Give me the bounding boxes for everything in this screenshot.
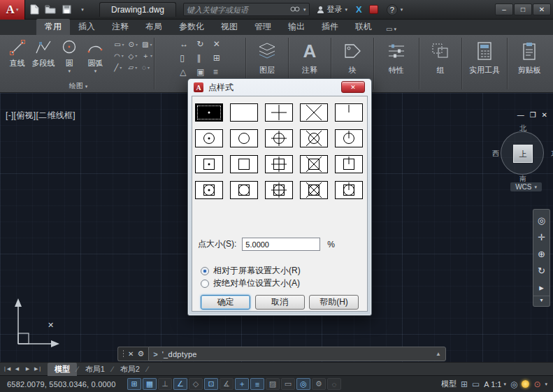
lineweight-icon[interactable]: ≡ bbox=[250, 378, 264, 390]
radio-selected-icon[interactable] bbox=[201, 267, 209, 275]
offset-icon[interactable]: ∥ bbox=[196, 53, 204, 63]
doc-close-icon[interactable]: ✕ bbox=[542, 111, 547, 119]
tab-layout2[interactable]: 布局2 bbox=[113, 363, 147, 376]
point-style-circle-square-tick[interactable] bbox=[335, 181, 363, 199]
arc-tool[interactable]: 圆弧 ▾ bbox=[82, 38, 108, 73]
erase-icon[interactable]: ✕ bbox=[213, 39, 220, 49]
view-control[interactable]: [俯视] bbox=[14, 110, 36, 120]
close-button[interactable]: ✕ bbox=[533, 3, 551, 15]
chevron-down-icon[interactable]: ▾ bbox=[94, 68, 97, 73]
prev-tab-icon[interactable]: ◀ bbox=[12, 366, 22, 372]
move-icon[interactable]: ↔ bbox=[180, 39, 188, 49]
wrench-icon[interactable]: ⚙ bbox=[137, 349, 144, 358]
viewport-menu-control[interactable]: [-] bbox=[6, 110, 14, 120]
annotation-monitor-icon[interactable]: ◎ bbox=[296, 378, 310, 390]
restore-button[interactable]: □ bbox=[514, 3, 532, 15]
point-style-dot[interactable] bbox=[195, 103, 223, 122]
a360-icon[interactable] bbox=[369, 5, 378, 14]
visual-style-control[interactable]: [二维线框] bbox=[36, 110, 75, 120]
tab-online[interactable]: 联机 bbox=[347, 19, 380, 35]
point-style-circle-square-blank[interactable] bbox=[230, 181, 258, 199]
save-button[interactable] bbox=[59, 3, 73, 17]
point-style-plus[interactable] bbox=[265, 103, 293, 122]
draw-panel-label[interactable]: 绘图 ▾ bbox=[4, 80, 152, 92]
isolate-icon[interactable]: ◌ bbox=[327, 378, 341, 390]
point-icon[interactable]: ＋▾ bbox=[142, 51, 152, 61]
tab-layout[interactable]: 布局 bbox=[137, 19, 171, 35]
pan-icon[interactable]: ✛ bbox=[534, 228, 549, 245]
point-style-circle-tick[interactable] bbox=[335, 129, 363, 147]
chevron-down-icon[interactable]: ▾ bbox=[68, 68, 71, 73]
minimize-button[interactable]: – bbox=[495, 3, 513, 15]
dynamic-input-icon[interactable]: ＋ bbox=[235, 378, 249, 390]
tab-home[interactable]: 常用 bbox=[36, 19, 70, 35]
isolate-objects-icon[interactable]: ⊙ bbox=[533, 379, 540, 389]
status-menu-icon[interactable]: ▾ bbox=[545, 382, 547, 386]
tab-addins[interactable]: 插件 bbox=[313, 19, 347, 35]
point-style-cross[interactable] bbox=[300, 103, 328, 122]
point-style-circle-square-dot[interactable] bbox=[195, 181, 223, 199]
next-tab-icon[interactable]: ▶ bbox=[22, 366, 33, 372]
explode-icon[interactable]: ≡ bbox=[213, 67, 220, 77]
xline-icon[interactable]: ╱▾ bbox=[114, 64, 124, 71]
tab-annotate[interactable]: 注释 bbox=[103, 19, 137, 35]
point-style-circle-square-cross[interactable] bbox=[300, 181, 328, 199]
snap-mode-icon[interactable]: ⊞ bbox=[127, 378, 141, 390]
scale-icon[interactable]: ▯ bbox=[180, 53, 188, 63]
donut-icon[interactable]: ◌▾ bbox=[142, 64, 152, 71]
point-style-circle-cross[interactable] bbox=[300, 129, 328, 147]
tab-layout1[interactable]: 布局1 bbox=[78, 363, 112, 376]
point-size-input[interactable] bbox=[242, 238, 320, 251]
point-style-blank[interactable] bbox=[230, 103, 258, 122]
properties-panel[interactable]: 特性 bbox=[375, 35, 417, 92]
command-text[interactable]: '_ddptype bbox=[162, 350, 197, 358]
tab-model[interactable]: 模型 bbox=[48, 363, 77, 376]
dialog-close-button[interactable]: ✕ bbox=[341, 81, 365, 93]
navbar-menu-icon[interactable]: ▾ bbox=[533, 296, 550, 304]
groups-panel[interactable]: 组 bbox=[421, 35, 460, 92]
point-style-square-tick[interactable] bbox=[335, 155, 363, 173]
point-style-circle-square-plus[interactable] bbox=[265, 181, 293, 199]
spline-icon[interactable]: ◠▾ bbox=[114, 51, 124, 61]
point-style-square-blank[interactable] bbox=[230, 155, 258, 173]
new-file-button[interactable] bbox=[27, 3, 41, 17]
object-snap-tracking-icon[interactable]: ∡ bbox=[220, 378, 234, 390]
mirror-icon[interactable]: △ bbox=[180, 67, 188, 77]
object-snap-icon[interactable]: ⊡ bbox=[204, 378, 218, 390]
polyline-tool[interactable]: 多段线 bbox=[30, 38, 56, 68]
qat-dropdown-button[interactable]: ▾ bbox=[76, 3, 89, 17]
help-button[interactable]: ? bbox=[387, 4, 398, 15]
doc-minimize-icon[interactable]: — bbox=[517, 111, 524, 119]
transparency-icon[interactable]: ▨ bbox=[266, 378, 280, 390]
search-input[interactable] bbox=[187, 6, 285, 14]
point-style-circle-blank[interactable] bbox=[230, 129, 258, 147]
rotate-icon[interactable]: ↻ bbox=[196, 39, 204, 49]
coordinates-readout[interactable]: 6582.0079, 5503.0346, 0.0000 bbox=[3, 380, 127, 389]
point-style-square-cross[interactable] bbox=[300, 155, 328, 173]
workspace-icon[interactable]: ⚙ bbox=[312, 378, 326, 390]
ok-button[interactable]: 确定 bbox=[201, 295, 250, 310]
help-button[interactable]: 帮助(H) bbox=[309, 295, 359, 310]
compass-north[interactable]: 北 bbox=[519, 124, 526, 133]
search-dropdown-icon[interactable]: ▾ bbox=[303, 7, 306, 12]
polar-tracking-icon[interactable]: ∠ bbox=[173, 378, 187, 390]
ribbon-options-button[interactable]: ▭ ▾ bbox=[380, 23, 402, 35]
viewcube-top-face[interactable]: 上 bbox=[513, 145, 533, 163]
clipboard-panel[interactable]: 剪贴板 bbox=[509, 35, 550, 92]
orbit-icon[interactable]: ↻ bbox=[534, 262, 549, 279]
tab-view[interactable]: 视图 bbox=[213, 19, 246, 35]
point-style-square-dot[interactable] bbox=[195, 155, 223, 173]
annotation-visibility-icon[interactable]: ◎ bbox=[510, 379, 517, 389]
exchange-apps-icon[interactable]: X bbox=[356, 4, 362, 15]
isodraft-icon[interactable]: ◇ bbox=[189, 378, 203, 390]
tab-manage[interactable]: 管理 bbox=[246, 19, 280, 35]
tab-output[interactable]: 输出 bbox=[280, 19, 313, 35]
quick-view-layouts-icon[interactable]: ⊞ bbox=[461, 379, 468, 389]
last-tab-icon[interactable]: ▶❘ bbox=[33, 366, 43, 372]
circle-tool[interactable]: 圆 ▾ bbox=[57, 38, 82, 73]
selection-cycling-icon[interactable]: ▭ bbox=[281, 378, 295, 390]
tab-insert[interactable]: 插入 bbox=[70, 19, 103, 35]
radio-unselected-icon[interactable] bbox=[201, 280, 209, 288]
tab-parametric[interactable]: 参数化 bbox=[171, 19, 213, 35]
radio-absolute-units[interactable]: 按绝对单位设置大小(A) bbox=[201, 277, 300, 289]
